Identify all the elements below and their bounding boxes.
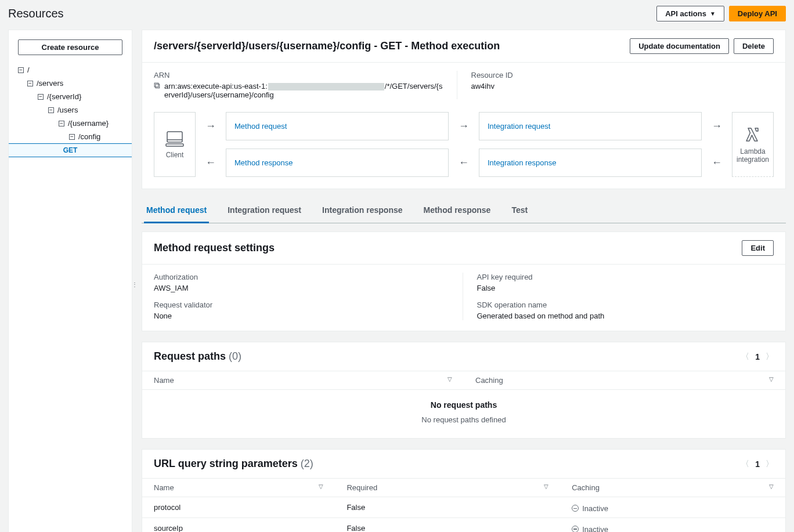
- arrow-left-icon: ←: [710, 149, 724, 177]
- arn-label: ARN: [154, 71, 445, 79]
- arrow-right-icon: →: [710, 112, 724, 140]
- collapse-icon[interactable]: −: [48, 107, 54, 113]
- tab-test[interactable]: Test: [509, 200, 530, 223]
- collapse-icon[interactable]: −: [69, 134, 75, 140]
- request-paths-pager: 〈 1 〉: [741, 352, 774, 362]
- collapse-icon[interactable]: −: [59, 121, 64, 126]
- flow-lambda-label: Lambda integration: [737, 147, 769, 164]
- update-documentation-button[interactable]: Update documentation: [630, 38, 729, 54]
- method-execution-panel: /servers/{serverId}/users/{username}/con…: [142, 30, 786, 189]
- col-caching[interactable]: Caching▽: [464, 371, 785, 390]
- svg-rect-4: [166, 144, 183, 146]
- settings-title: Method request settings: [154, 242, 275, 254]
- resource-id-label: Resource ID: [471, 71, 763, 79]
- lambda-icon: [744, 125, 762, 144]
- query-params-panel: URL query string parameters (2) 〈 1 〉 N: [142, 449, 786, 532]
- request-paths-count: (0): [229, 350, 241, 362]
- table-row[interactable]: sourceIpFalseInactive: [142, 517, 785, 532]
- pager-prev-icon[interactable]: 〈: [741, 459, 749, 469]
- arrow-left-icon: ←: [457, 149, 471, 177]
- deploy-api-button[interactable]: Deploy API: [729, 6, 786, 21]
- tree-item-label: /: [27, 66, 30, 74]
- sort-icon: ▽: [769, 483, 774, 490]
- tree-method-get[interactable]: GET: [9, 143, 132, 157]
- empty-title: No request paths: [142, 400, 785, 410]
- pager-next-icon[interactable]: 〉: [766, 459, 774, 469]
- col-name[interactable]: Name▽: [142, 479, 335, 497]
- tab-method-request[interactable]: Method request: [144, 200, 209, 223]
- method-title: /servers/{serverId}/users/{username}/con…: [154, 40, 500, 52]
- cell-caching: Inactive: [560, 497, 785, 518]
- inactive-icon: [572, 526, 579, 532]
- tree-item[interactable]: −/{serverId}: [9, 90, 132, 103]
- tree-item-label: /servers: [37, 79, 63, 88]
- col-caching[interactable]: Caching▽: [560, 479, 785, 497]
- collapse-icon[interactable]: −: [38, 94, 44, 100]
- flow-client-label: Client: [166, 151, 184, 159]
- cell-required: False: [335, 517, 560, 532]
- pager-page: 1: [755, 352, 760, 361]
- tree-item-label: /{username}: [68, 119, 109, 128]
- tab-method-response[interactable]: Method response: [421, 200, 493, 223]
- api-actions-button[interactable]: API actions ▼: [656, 6, 724, 21]
- cell-name: sourceIp: [142, 517, 335, 532]
- empty-subtitle: No request paths defined: [142, 415, 785, 435]
- method-response-link[interactable]: Method response: [226, 149, 449, 177]
- arrow-right-icon: →: [204, 112, 218, 140]
- method-request-link[interactable]: Method request: [226, 112, 449, 140]
- apikey-label: API key required: [477, 273, 774, 281]
- tree-item-label: /users: [57, 106, 78, 114]
- arrow-right-icon: →: [457, 112, 471, 140]
- copy-icon[interactable]: [154, 82, 161, 89]
- apikey-value: False: [477, 284, 774, 292]
- status-label: Inactive: [582, 504, 608, 513]
- redacted-account: [268, 83, 384, 91]
- inactive-icon: [572, 505, 579, 512]
- tree-item[interactable]: −/servers: [9, 77, 132, 90]
- collapse-icon[interactable]: −: [27, 81, 33, 86]
- page-title: Resources: [8, 7, 64, 20]
- cell-name: protocol: [142, 497, 335, 518]
- tree-item-label: /{serverId}: [47, 92, 81, 101]
- resource-id-value: aw4ihv: [471, 82, 763, 91]
- tab-integration-response[interactable]: Integration response: [320, 200, 405, 223]
- tab-integration-request[interactable]: Integration request: [225, 200, 304, 223]
- api-actions-label: API actions: [665, 9, 706, 18]
- tree-item[interactable]: −/{username}: [9, 117, 132, 130]
- collapse-icon[interactable]: −: [18, 67, 24, 73]
- sort-icon: ▽: [544, 483, 548, 490]
- validator-label: Request validator: [154, 301, 451, 309]
- status-label: Inactive: [582, 525, 608, 532]
- caret-down-icon: ▼: [710, 10, 716, 17]
- pager-next-icon[interactable]: 〉: [766, 352, 774, 362]
- flow-client-node: Client: [154, 112, 196, 177]
- create-resource-button[interactable]: Create resource: [18, 39, 122, 55]
- table-row[interactable]: protocolFalseInactive: [142, 497, 785, 518]
- query-params-count: (2): [301, 458, 313, 469]
- integration-request-link[interactable]: Integration request: [479, 112, 702, 140]
- tree-item[interactable]: −/: [9, 63, 132, 77]
- authorization-label: Authorization: [154, 273, 451, 281]
- sidebar: Create resource −/−/servers−/{serverId}−…: [8, 30, 132, 532]
- query-params-pager: 〈 1 〉: [741, 459, 774, 469]
- edit-button[interactable]: Edit: [742, 240, 774, 256]
- request-paths-title: Request paths (0): [154, 350, 241, 363]
- flow-lambda-node: Lambda integration: [732, 112, 774, 177]
- sort-icon: ▽: [447, 376, 452, 382]
- resize-handle-icon[interactable]: ⋮: [132, 281, 138, 288]
- col-required[interactable]: Required▽: [335, 479, 560, 497]
- tree-item[interactable]: −/config: [9, 130, 132, 143]
- sort-icon: ▽: [769, 376, 774, 382]
- svg-rect-1: [154, 83, 158, 87]
- pager-page: 1: [755, 459, 760, 469]
- svg-rect-0: [156, 84, 160, 88]
- col-name[interactable]: Name▽: [142, 371, 464, 390]
- integration-response-link[interactable]: Integration response: [479, 149, 702, 177]
- arn-value: arn:aws:execute-api:us-east-1:/*/GET/ser…: [164, 82, 445, 99]
- delete-button[interactable]: Delete: [734, 38, 774, 54]
- sort-icon: ▽: [319, 483, 323, 490]
- sdk-label: SDK operation name: [477, 301, 774, 309]
- pager-prev-icon[interactable]: 〈: [741, 352, 749, 362]
- tree-item[interactable]: −/users: [9, 103, 132, 117]
- sdk-value: Generated based on method and path: [477, 312, 774, 320]
